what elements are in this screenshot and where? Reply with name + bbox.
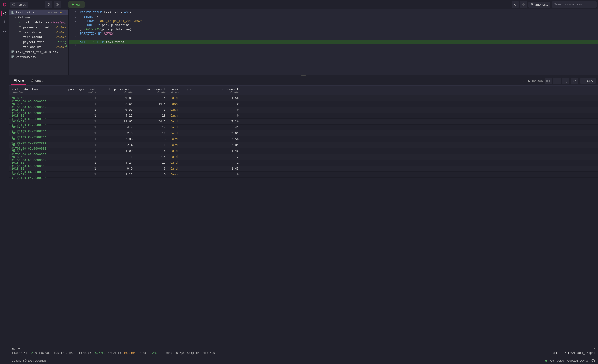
run-button[interactable]: Run (68, 1, 85, 8)
log-compile-val: 417.4µs (203, 351, 215, 355)
table-row[interactable]: 2018-02-01T00:00:00.000000Z10.555Cash0 (9, 107, 598, 113)
svg-rect-2 (515, 3, 515, 4)
log-count-val: 6.6µs (176, 351, 185, 355)
table-row[interactable]: 2018-02-01T00:00:03.000000Z14.2413Card1 (9, 160, 598, 166)
shortcuts-button[interactable]: ⌘ Shortcuts (529, 2, 550, 8)
footer-devlink[interactable]: QuestDB Dev (567, 359, 588, 362)
table-row[interactable]: 2018-02-01T00:00:02.000000Z12.411Card3.0… (9, 142, 598, 148)
svg-rect-16 (12, 347, 15, 349)
col-header-tip_amount[interactable]: tip_amountdouble (202, 86, 241, 95)
column-trip_distance[interactable]: trip_distancedouble (9, 30, 68, 35)
tables-dropdown[interactable]: Tables (10, 2, 28, 8)
log-sql: SELECT * FROM taxi_trips; (553, 351, 595, 355)
table-row[interactable]: 2018-02-01T00:00:02.000000Z12.311Card3.0… (9, 130, 598, 136)
svg-point-8 (4, 30, 5, 31)
app-logo (1, 1, 8, 8)
tab-grid-label: Grid (18, 79, 24, 82)
schema-tree: taxi_tripsMONTHWAL▽Columns⇵pickup_dateti… (9, 9, 68, 75)
col-header-pickup_datetime[interactable]: pickup_datetimetimestamp (9, 86, 58, 95)
svg-rect-9 (12, 11, 14, 14)
log-icon (12, 347, 15, 350)
table-icon (11, 55, 14, 58)
tab-grid[interactable]: Grid (11, 77, 26, 85)
tab-chart-label: Chart (35, 79, 43, 82)
log-compile-label: Compile: (187, 351, 201, 355)
table-icon (11, 11, 14, 14)
svg-rect-5 (514, 4, 515, 5)
table-row[interactable]: 2018-02-01T00:00:02.000000Z14.717Card5.4… (9, 125, 598, 130)
column-tip_amount[interactable]: tip_amountdouble (9, 44, 68, 49)
footer-connected: Connected (550, 359, 564, 362)
svg-rect-4 (515, 5, 515, 6)
table-taxi_trips_feb_2018.csv[interactable]: taxi_trips_feb_2018.csv (9, 49, 68, 54)
col-header-passenger_count[interactable]: passenger_countdouble (58, 86, 99, 95)
col-header-fare_amount[interactable]: fare_amountdouble (135, 86, 168, 95)
freeze-columns-button[interactable] (545, 78, 552, 84)
external-link-icon (586, 359, 588, 362)
log-collapse-button[interactable] (592, 347, 595, 350)
shortcuts-label: Shortcuts (535, 3, 548, 6)
col-header-trip_distance[interactable]: trip_distancedouble (99, 86, 135, 95)
connection-indicator (545, 360, 547, 362)
log-title: Log (17, 347, 21, 350)
column-pickup_datetime[interactable]: ⇵pickup_datetimetimestamp (9, 20, 68, 25)
column-passenger_count[interactable]: passenger_countdouble (9, 25, 68, 30)
svg-rect-12 (12, 56, 14, 58)
run-button-label: Run (76, 3, 82, 6)
sql-editor[interactable]: 1234567▶8 CREATE TABLE taxi_trips AS ( S… (68, 9, 598, 75)
column-fare_amount[interactable]: fare_amountdouble (9, 35, 68, 40)
table-icon (11, 50, 14, 53)
log-tot-val: 22ms (150, 351, 158, 355)
svg-rect-3 (515, 4, 516, 4)
table-row[interactable]: 2018-02-01T00:00:03.000000Z11.17.5Card2 (9, 154, 598, 160)
check-icon: ✓ (31, 351, 33, 355)
table-taxi_trips[interactable]: taxi_tripsMONTHWAL (9, 10, 68, 15)
svg-point-0 (13, 3, 15, 4)
footer-copyright: Copyright © 2023 QuestDB (12, 359, 46, 362)
log-net-val: 16.23ms (124, 351, 136, 355)
log-tot-label: Total: (138, 351, 148, 355)
log-net-label: Network: (108, 351, 121, 355)
table-row[interactable]: 2018-02-01T00:00:00.000000Z10.815Card1.5… (9, 95, 598, 101)
search-input[interactable] (552, 1, 597, 8)
github-link[interactable] (591, 359, 595, 363)
table-row[interactable]: 2018-02-01T00:00:00.000000Z14.1518Cash0 (9, 113, 598, 119)
svg-rect-13 (14, 79, 17, 82)
log-count-label: Count: (164, 351, 174, 355)
table-row[interactable]: 2018-02-01T00:00:00.000000Z12.6414.5Cash… (9, 101, 598, 107)
clock-icon (44, 11, 46, 14)
add-button[interactable] (54, 1, 61, 8)
export-csv-button[interactable]: CSV (580, 78, 596, 84)
svg-rect-15 (547, 80, 549, 82)
table-row[interactable]: 2018-02-01T00:00:01.000000Z111.6334.5Car… (9, 119, 598, 125)
column-payment_type[interactable]: payment_typestring (9, 40, 68, 44)
table-row[interactable]: 2018-02-01T00:00:04.000000Z10.96Card1.45 (9, 166, 598, 172)
sidebar-tab-settings[interactable] (1, 27, 8, 33)
svg-point-7 (523, 5, 523, 5)
export-csv-label: CSV (587, 79, 593, 83)
table-row[interactable]: 2018-02-01T00:00:04.000000Z11.116Cash0 (9, 172, 598, 178)
log-exec-val: 5.77ms (95, 351, 105, 355)
github-icon (591, 359, 595, 363)
slack-button[interactable] (512, 1, 519, 8)
table-row[interactable]: 2018-02-01T00:00:02.000000Z13.8613Card3.… (9, 136, 598, 142)
rerun-button[interactable] (571, 78, 578, 84)
tab-chart[interactable]: Chart (28, 77, 45, 85)
log-exec-label: Execute: (79, 351, 93, 355)
sidebar-tab-code[interactable] (1, 10, 8, 16)
help-button[interactable] (520, 1, 527, 8)
refresh-button[interactable] (45, 1, 52, 8)
table-weather.csv[interactable]: weather.csv (9, 54, 68, 59)
log-time: [13:47:31] (12, 351, 29, 355)
transpose-button[interactable] (554, 78, 561, 84)
tables-dropdown-label: Tables (17, 3, 26, 6)
row-count: 9 196 082 rows (523, 79, 543, 83)
undo-button[interactable] (562, 78, 570, 84)
log-rows: 9 196 082 rows in 22ms (35, 351, 73, 355)
sidebar-tab-export[interactable] (1, 19, 8, 25)
col-header-payment_type[interactable]: payment_typestring (168, 86, 202, 95)
results-grid[interactable]: pickup_datetimetimestamppassenger_countd… (9, 86, 598, 345)
columns-group[interactable]: ▽Columns (9, 15, 68, 20)
command-icon: ⌘ (531, 3, 534, 6)
table-row[interactable]: 2018-02-01T00:00:02.000000Z11.096Card1.4… (9, 148, 598, 154)
